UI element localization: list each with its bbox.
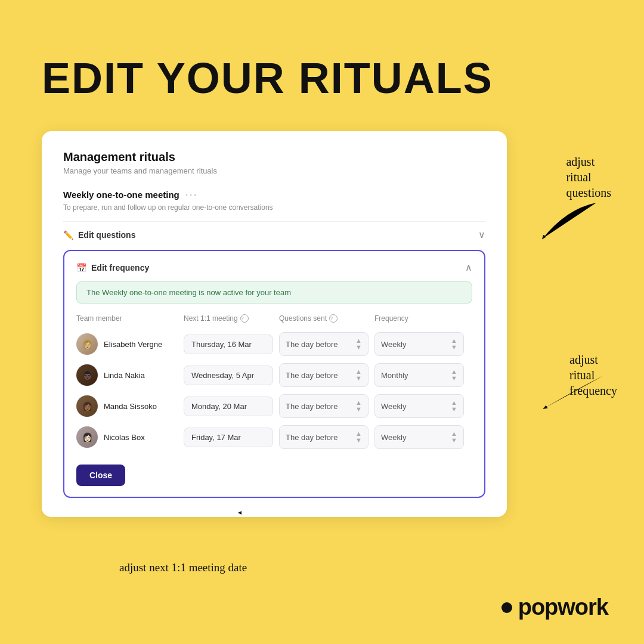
chevron-up-icon[interactable]: ∧ — [465, 262, 472, 273]
popwork-brand: popwork — [501, 595, 608, 620]
select-arrows-icon: ▲▼ — [355, 431, 362, 444]
ritual-description: To prepare, run and follow up on regular… — [63, 203, 485, 212]
frequency-cell: Monthly ▲▼ — [374, 363, 476, 387]
page-title: EDIT YOUR RITUALS — [42, 54, 493, 103]
member-name: Manda Sissoko — [104, 402, 157, 411]
select-arrows-icon: ▲▼ — [451, 369, 457, 382]
questions-sent-cell: The day before ▲▼ — [279, 425, 374, 449]
col-member: Team member — [76, 314, 184, 323]
member-info: 👨🏿 Linda Nakia — [76, 364, 184, 386]
next-meeting-cell: Wednesday, 5 Apr — [184, 366, 279, 385]
member-info: 👩🏾 Manda Sissoko — [76, 395, 184, 417]
avatar: 👩🏾 — [76, 395, 98, 417]
card-subtitle: Manage your teams and management rituals — [63, 166, 485, 175]
ritual-menu-dots[interactable]: ··· — [185, 188, 198, 201]
select-arrows-icon: ▲▼ — [355, 369, 362, 382]
select-arrows-icon: ▲▼ — [451, 431, 457, 444]
member-name: Nicolas Box — [104, 433, 145, 442]
avatar: 👩🏻 — [76, 426, 98, 448]
member-name: Linda Nakia — [104, 371, 145, 380]
ritual-header: Weekly one-to-one meeting ··· — [63, 188, 485, 201]
edit-frequency-panel: 📅 Edit frequency ∧ The Weekly one-to-one… — [63, 250, 485, 498]
popwork-dot — [501, 602, 512, 613]
next-meeting-help-icon[interactable]: ? — [240, 314, 249, 323]
frequency-select[interactable]: Weekly ▲▼ — [374, 332, 464, 356]
questions-sent-cell: The day before ▲▼ — [279, 363, 374, 387]
popwork-name: popwork — [518, 595, 608, 620]
avatar: 👨🏿 — [76, 364, 98, 386]
member-rows-container: 👩🏼 Elisabeth Vergne Thursday, 16 Mar The… — [76, 332, 472, 449]
frequency-select[interactable]: Monthly ▲▼ — [374, 363, 464, 387]
next-meeting-input[interactable]: Monday, 20 Mar — [184, 397, 273, 416]
edit-questions-row[interactable]: ✏️ Edit questions ∨ — [63, 221, 485, 247]
member-info: 👩🏼 Elisabeth Vergne — [76, 333, 184, 355]
select-arrows-icon: ▲▼ — [451, 338, 457, 351]
frequency-cell: Weekly ▲▼ — [374, 332, 476, 356]
questions-sent-help-icon[interactable]: ? — [329, 314, 338, 323]
questions-sent-select[interactable]: The day before ▲▼ — [279, 425, 369, 449]
pencil-icon: ✏️ — [63, 230, 73, 240]
next-meeting-cell: Monday, 20 Mar — [184, 397, 279, 416]
frequency-select[interactable]: Weekly ▲▼ — [374, 394, 464, 418]
table-row: 👩🏾 Manda Sissoko Monday, 20 Mar The day … — [76, 394, 472, 418]
next-meeting-input[interactable]: Wednesday, 5 Apr — [184, 366, 273, 385]
select-arrows-icon: ▲▼ — [355, 338, 362, 351]
col-questions-sent: Questions sent ? — [279, 314, 374, 323]
questions-sent-cell: The day before ▲▼ — [279, 332, 374, 356]
card-title: Management rituals — [63, 150, 485, 164]
table-header: Team member Next 1:1 meeting ? Questions… — [76, 314, 472, 326]
next-meeting-cell: Friday, 17 Mar — [184, 428, 279, 447]
active-banner: The Weekly one-to-one meeting is now act… — [76, 281, 472, 304]
ritual-name: Weekly one-to-one meeting — [63, 190, 179, 200]
frequency-select[interactable]: Weekly ▲▼ — [374, 425, 464, 449]
close-button[interactable]: Close — [76, 465, 125, 486]
main-card: Management rituals Manage your teams and… — [42, 131, 507, 517]
select-arrows-icon: ▲▼ — [355, 400, 362, 413]
calendar-icon: 📅 — [76, 263, 86, 273]
table-row: 👩🏻 Nicolas Box Friday, 17 Mar The day be… — [76, 425, 472, 449]
annotation-adjust-questions: adjustritualquestions — [566, 154, 611, 200]
member-name: Elisabeth Vergne — [104, 340, 162, 349]
frequency-cell: Weekly ▲▼ — [374, 425, 476, 449]
col-next-meeting: Next 1:1 meeting ? — [184, 314, 279, 323]
annotation-adjust-date: adjust next 1:1 meeting date — [119, 561, 247, 575]
chevron-down-icon: ∨ — [478, 229, 485, 240]
table-row: 👩🏼 Elisabeth Vergne Thursday, 16 Mar The… — [76, 332, 472, 356]
col-frequency: Frequency — [374, 314, 476, 323]
next-meeting-cell: Thursday, 16 Mar — [184, 335, 279, 354]
next-meeting-input[interactable]: Thursday, 16 Mar — [184, 335, 273, 354]
select-arrows-icon: ▲▼ — [451, 400, 457, 413]
edit-questions-label: Edit questions — [78, 230, 135, 240]
questions-sent-select[interactable]: The day before ▲▼ — [279, 363, 369, 387]
questions-sent-select[interactable]: The day before ▲▼ — [279, 394, 369, 418]
next-meeting-input[interactable]: Friday, 17 Mar — [184, 428, 273, 447]
member-info: 👩🏻 Nicolas Box — [76, 426, 184, 448]
questions-sent-cell: The day before ▲▼ — [279, 394, 374, 418]
edit-frequency-label: Edit frequency — [91, 263, 149, 273]
frequency-cell: Weekly ▲▼ — [374, 394, 476, 418]
avatar: 👩🏼 — [76, 333, 98, 355]
questions-sent-select[interactable]: The day before ▲▼ — [279, 332, 369, 356]
table-row: 👨🏿 Linda Nakia Wednesday, 5 Apr The day … — [76, 363, 472, 387]
